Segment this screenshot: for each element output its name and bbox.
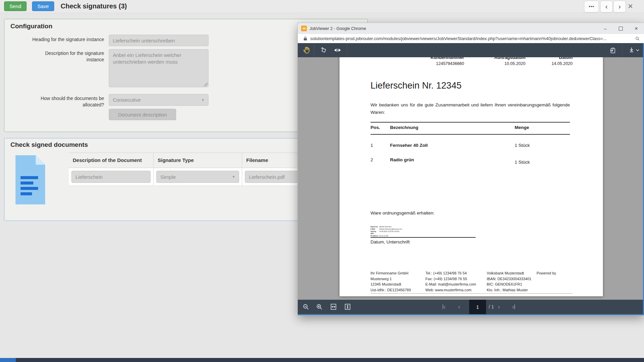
- pdf-rule-top: [371, 122, 570, 123]
- copy-to-clipboard-icon[interactable]: [608, 45, 618, 55]
- toolbar-separator: [347, 43, 347, 57]
- screen: Send Save Check signatures (3) ••• ‹ › ×…: [0, 0, 644, 362]
- viewer-content: Kundennummer 124579436660 Auftragsdatum …: [298, 57, 643, 300]
- heading-input[interactable]: [109, 35, 208, 46]
- maximize-icon: [619, 27, 623, 31]
- pdf-row1-qty: 1 Stück: [515, 143, 530, 148]
- viewer-body: Kundennummer 124579436660 Auftragsdatum …: [298, 43, 644, 315]
- pdf-intro: Wir bedanken uns für die gute Zusammenar…: [371, 101, 570, 116]
- jobrouter-favicon: JR: [301, 26, 307, 31]
- taskbar-accent-button[interactable]: [0, 358, 16, 362]
- pdf-col-bezeichnung: Bezeichnung: [390, 125, 418, 130]
- bottom-taskbar: [0, 358, 644, 362]
- pan-hand-icon[interactable]: [301, 45, 312, 55]
- zoom-out-icon[interactable]: [300, 302, 311, 312]
- fit-page-icon[interactable]: [342, 302, 353, 312]
- allocation-select[interactable]: Consecutive ▼: [109, 94, 208, 106]
- url-text[interactable]: solutiontemplates-prod.jobrouter.com/mod…: [310, 36, 627, 41]
- next-page-icon[interactable]: ›: [498, 303, 500, 311]
- pdf-info-datum: Datum 14.05.2020: [551, 57, 573, 66]
- zoom-page-icon[interactable]: [635, 36, 640, 41]
- pdf-page: Kundennummer 124579436660 Auftragsdatum …: [340, 57, 603, 296]
- pdf-received-label: Ware ordnungsgemäß erhalten:: [371, 210, 434, 216]
- pdf-row1-pos: 1: [371, 143, 373, 148]
- toolbar-separator: [314, 43, 314, 57]
- pdf-rule-header: [371, 134, 570, 135]
- document-thumbnail[interactable]: [15, 155, 45, 206]
- pdf-row1-name: Fernseher 40 Zoll: [390, 143, 428, 148]
- pdf-title: Lieferschein Nr. 12345: [371, 80, 461, 91]
- chevron-down-icon: ▼: [201, 98, 204, 102]
- fit-width-icon[interactable]: [328, 302, 339, 312]
- viewer-toolbar: [298, 43, 643, 57]
- textarea-resize-handle[interactable]: [204, 83, 207, 86]
- close-form-icon[interactable]: ×: [628, 1, 633, 11]
- row-description-input[interactable]: [71, 171, 151, 183]
- pdf-info-auftragsdatum: Auftragsdatum 10.05.2020: [494, 57, 525, 66]
- pdf-row2-name: Radio grün: [390, 157, 414, 162]
- page-title: Check signatures (3): [61, 2, 127, 10]
- document-icon: [15, 155, 45, 204]
- previous-page-icon[interactable]: ‹: [458, 303, 460, 311]
- pdf-col-pos: Pos.: [371, 125, 380, 130]
- page-number-input[interactable]: 1: [469, 300, 486, 314]
- toolbar-separator: [622, 43, 622, 57]
- signature-line: [371, 237, 476, 238]
- lock-icon[interactable]: [303, 36, 307, 41]
- pdf-col-menge: Menge: [515, 125, 529, 130]
- pdf-row2-qty: 1 Stück: [515, 160, 530, 165]
- document-description-button[interactable]: Document description: [109, 109, 176, 120]
- jobviewer-window: JR JobViewer 2 - Google Chrome – × solut…: [298, 23, 644, 315]
- first-page-icon[interactable]: ‹: [443, 303, 446, 311]
- last-page-icon[interactable]: ›: [512, 303, 515, 311]
- pdf-footer-contact: Tel.: (+49) 1234/98 76 54 Fax: (+49) 123…: [425, 270, 476, 293]
- page-total-label: / 1: [489, 304, 494, 309]
- more-actions-button[interactable]: •••: [584, 1, 599, 12]
- rotate-page-icon[interactable]: [318, 45, 329, 55]
- pdf-footer-rule: [371, 293, 573, 294]
- pdf-footer-powered: Powered by: [537, 270, 556, 276]
- column-header-description: Description of the Document: [69, 153, 154, 168]
- signature-stamp: Signed by:Michael Hartmann E-Mail:Michae…: [371, 226, 402, 237]
- window-minimize-button[interactable]: –: [598, 23, 613, 34]
- pdf-signature-caption: Datum, Unterschrift: [371, 239, 410, 244]
- allocation-label: How should the documents be allocated?: [11, 95, 104, 108]
- pdf-row2-pos: 2: [371, 157, 373, 162]
- download-chevron-icon[interactable]: [635, 45, 641, 55]
- window-title: JobViewer 2 - Google Chrome: [310, 26, 366, 31]
- url-bar[interactable]: solutiontemplates-prod.jobrouter.com/mod…: [298, 34, 644, 43]
- allocation-select-value: Consecutive: [113, 97, 141, 103]
- viewer-bottom-toolbar: ‹ ‹ 1 / 1 › ›: [298, 300, 643, 314]
- next-step-button[interactable]: ›: [613, 1, 626, 12]
- zoom-in-icon[interactable]: [314, 302, 325, 312]
- save-button[interactable]: Save: [32, 1, 54, 11]
- previous-step-button[interactable]: ‹: [600, 1, 613, 12]
- pdf-footer-company: Ihr Firmenname GmbH Musterweg 1 12345 Mu…: [371, 270, 411, 293]
- view-annotations-eye-icon[interactable]: [332, 45, 343, 55]
- description-label: Description for the signature instance: [11, 50, 104, 63]
- window-titlebar[interactable]: JR JobViewer 2 - Google Chrome – ×: [298, 23, 644, 34]
- configuration-title: Configuration: [10, 23, 53, 30]
- window-close-button[interactable]: ×: [629, 23, 644, 34]
- pdf-info-kundennummer: Kundennummer 124579436660: [430, 57, 464, 66]
- chevron-down-icon: ▼: [232, 175, 235, 178]
- pdf-footer-bank: Volksbank Musterstadt IBAN: DE3423300433…: [487, 270, 532, 293]
- window-maximize-button[interactable]: [613, 23, 629, 34]
- signature-type-value: Simple: [160, 174, 176, 180]
- signed-documents-title: Check signed documents: [10, 141, 88, 149]
- send-button[interactable]: Send: [4, 1, 27, 11]
- row-signature-type-select[interactable]: Simple ▼: [156, 171, 239, 183]
- description-textarea[interactable]: Anbei ein Lieferschein welcher unterschr…: [109, 49, 208, 87]
- column-header-signature-type: Signature Type: [154, 153, 242, 168]
- heading-label: Heading for the signature instance: [11, 36, 104, 43]
